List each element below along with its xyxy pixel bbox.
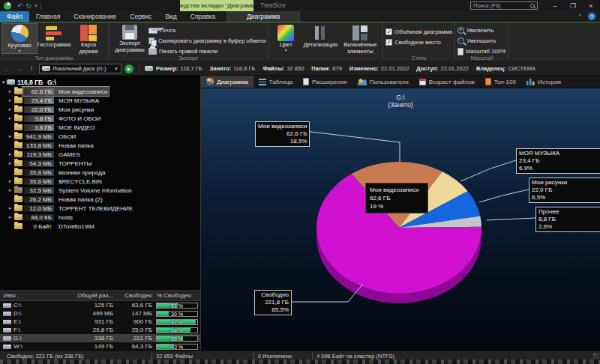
tree-row-body[interactable]: 133,8 МБНовая папка (22, 141, 95, 150)
color-button[interactable]: Цвет ▾ (271, 24, 301, 52)
tree-row-body[interactable]: 12,0 МБТОРРЕНТ ТЕЛЕВИДЕНИЕ (22, 204, 134, 213)
tree-row[interactable]: 26,2 МБНовая папка (2) (0, 195, 200, 204)
tree-row-body[interactable]: 119,3 МБGAMES (22, 150, 82, 159)
chevron-collapsed-icon[interactable]: ▸ (7, 133, 14, 139)
users-icon (358, 79, 367, 85)
forward-icon[interactable]: → (15, 64, 24, 73)
doc-icon (485, 78, 491, 85)
drive-row[interactable]: E:\931 ГБ900 ГБ97 % (0, 318, 200, 326)
tree-row[interactable]: ▸23,4 ГБМОЯ МУЗЫКА (0, 96, 200, 105)
view-tab-page[interactable]: Расширения (298, 76, 352, 88)
chevron-collapsed-icon[interactable]: ▸ (7, 205, 14, 211)
stat-value: 32 850 (286, 65, 304, 72)
resize-grip-icon[interactable] (593, 353, 599, 359)
drive-row[interactable]: F:\29,8 ГБ25,0 ГБ84 % (0, 326, 200, 334)
tree-root-row[interactable]: ▾ 116,8 ГБ G:\ (0, 77, 200, 87)
chevron-collapsed-icon[interactable]: ▸ (7, 187, 14, 193)
tree-row-body[interactable]: 88,0 КБhosts (22, 213, 74, 222)
tree-row[interactable]: ▸88,0 КБhosts (0, 213, 200, 222)
view-tab-users[interactable]: Пользователи (352, 76, 414, 88)
view-tab-hist[interactable]: История (521, 76, 566, 88)
tree-row[interactable]: ▸62,6 ГБМои видеозаписи (0, 87, 200, 96)
tree-row[interactable]: 133,8 МБНовая папка (0, 141, 200, 150)
collapse-ribbon-icon[interactable]: ⌃ (578, 13, 583, 20)
tree-row-body[interactable]: 3,6 ГБМОЕ ВИДЕО (22, 123, 97, 132)
included-elements-button[interactable]: Включённые элементы (340, 24, 380, 55)
chevron-collapsed-icon[interactable]: ▸ (7, 88, 14, 94)
chevron-collapsed-icon[interactable]: ▸ (7, 97, 14, 103)
tree-row[interactable]: 0 БайтDToretto1984 (0, 222, 200, 231)
tree-row[interactable]: ▸3,8 ГБФОТО И ОБОИ (0, 114, 200, 123)
tree-row[interactable]: ▸941,9 МБОБОИ (0, 132, 200, 141)
tab-chart-contextual[interactable]: Диаграмма (226, 11, 300, 22)
refresh-icon[interactable]: ↻ (26, 2, 32, 10)
tree-row[interactable]: ▸54,3 МБТОРРЕНТЫ (0, 159, 200, 168)
close-button[interactable]: × (582, 0, 600, 11)
minimize-button[interactable]: – (546, 0, 564, 11)
tree-row-body[interactable]: 0 БайтDToretto1984 (22, 222, 96, 231)
view-tab-label: Возраст файлов (429, 79, 475, 85)
tree-row[interactable]: 35,8 МБвязники природа (0, 168, 200, 177)
tree-row[interactable]: ▸22,0 ГБМои рисунки (0, 105, 200, 114)
treemap-button[interactable]: Карта дерева (71, 24, 106, 55)
chevron-collapsed-icon[interactable]: ▸ (7, 106, 14, 112)
copy-icon (148, 37, 156, 45)
tree-row-body[interactable]: 54,3 МБТОРРЕНТЫ (22, 159, 94, 168)
location-dropdown[interactable]: Локальный диск (G:) ▼ (39, 64, 122, 73)
view-tab-pie[interactable]: Диаграмма (201, 76, 254, 88)
tree-row-body[interactable]: 23,4 ГБМОЯ МУЗЫКА (22, 96, 100, 105)
tree-row[interactable]: ▸32,5 МБSystem Volume Information (0, 186, 200, 195)
tree-row[interactable]: ▸119,3 МБGAMES (0, 150, 200, 159)
3d-chart-checkbox[interactable]: ✓ Объёмная диаграмма (386, 27, 452, 37)
drive-total: 931 ГБ (74, 318, 113, 325)
zoom-out-button[interactable]: - Уменьшить (458, 36, 506, 46)
tree-row-body[interactable]: 26,2 МБНовая папка (2) (22, 195, 104, 204)
tree-row[interactable]: 3,6 ГБМОЕ ВИДЕО (0, 123, 200, 132)
copy-chart-button[interactable]: Скопировать диаграмму в буфер обмена (148, 36, 266, 46)
view-tab-table[interactable]: Таблица (254, 76, 298, 88)
back-icon[interactable]: ← (3, 64, 12, 73)
tab-home[interactable]: Главная (29, 11, 67, 22)
tab-scan[interactable]: Сканирование (67, 11, 123, 22)
undo-icon[interactable]: ↶ (17, 2, 23, 10)
search-input[interactable]: Поиск (F6) (470, 1, 538, 10)
tree-row-body[interactable]: 941,9 МБОБОИ (22, 132, 77, 141)
up-icon[interactable]: ↑ (27, 64, 36, 73)
tab-view[interactable]: Вид (158, 11, 183, 22)
drive-row[interactable]: W:\149 ГБ64,3 ГБ43 % (0, 342, 200, 351)
view-tab-cal[interactable]: Возраст файлов (414, 76, 480, 88)
chevron-collapsed-icon[interactable]: ▸ (7, 151, 14, 157)
tab-tools[interactable]: Сервис (123, 11, 158, 22)
chevron-collapsed-icon[interactable]: ▸ (7, 178, 14, 184)
histogram-button[interactable]: Гистограмма (37, 24, 71, 49)
tree-row-body[interactable]: 3,8 ГБФОТО И ОБОИ (22, 114, 103, 123)
mail-button[interactable]: Почта (148, 25, 266, 35)
chevron-collapsed-icon[interactable]: ▸ (7, 214, 14, 220)
tree-row-body[interactable]: 35,8 МБвязники природа (22, 168, 106, 177)
pie-chart-button[interactable]: Круговая ▾ (2, 24, 37, 53)
tab-file[interactable]: Файл (0, 11, 29, 22)
chevron-collapsed-icon[interactable]: ▸ (7, 115, 14, 121)
tree-row[interactable]: ▸35,6 МБ$RECYCLE.BIN (0, 177, 200, 186)
tab-help[interactable]: Справка (184, 11, 222, 22)
drive-row[interactable]: G:\338 ГБ221 ГБ65 % (0, 334, 200, 342)
tree-row-body[interactable]: 35,6 МБ$RECYCLE.BIN (22, 177, 104, 186)
tree-row-body[interactable]: 32,5 МБSystem Volume Information (22, 186, 134, 195)
help-icon[interactable]: ? (588, 13, 596, 20)
maximize-button[interactable]: ❐ (564, 0, 582, 11)
zoom-in-button[interactable]: + Увеличить (458, 25, 506, 35)
view-tab-doc[interactable]: Топ-100 (480, 76, 521, 88)
customize-quick-access-icon[interactable]: ▾ (34, 2, 38, 10)
drives-table-header[interactable]: Имя Общий раз... Свободно % Свободно (0, 291, 200, 301)
tree-row[interactable]: ▸12,0 МБТОРРЕНТ ТЕЛЕВИДЕНИЕ (0, 204, 200, 213)
tree-row-body[interactable]: 62,6 ГБМои видеозаписи (22, 87, 109, 96)
drive-row[interactable]: D:\499 МБ147 МБ30 % (0, 309, 200, 318)
free-space-checkbox[interactable]: ✓ Свободное место (386, 37, 452, 47)
chevron-expanded-icon[interactable]: ▾ (0, 79, 7, 85)
chevron-collapsed-icon[interactable]: ▸ (7, 160, 14, 166)
detail-level-button[interactable]: Детализация (301, 24, 340, 49)
drive-row[interactable]: C:\125 ГБ63,6 ГБ51 % (0, 301, 200, 309)
start-scan-button[interactable]: ▶ (124, 64, 134, 73)
tree-row-body[interactable]: 22,0 ГБМои рисунки (22, 105, 95, 114)
export-chart-button[interactable]: Экспорт диаграммы (111, 24, 148, 53)
